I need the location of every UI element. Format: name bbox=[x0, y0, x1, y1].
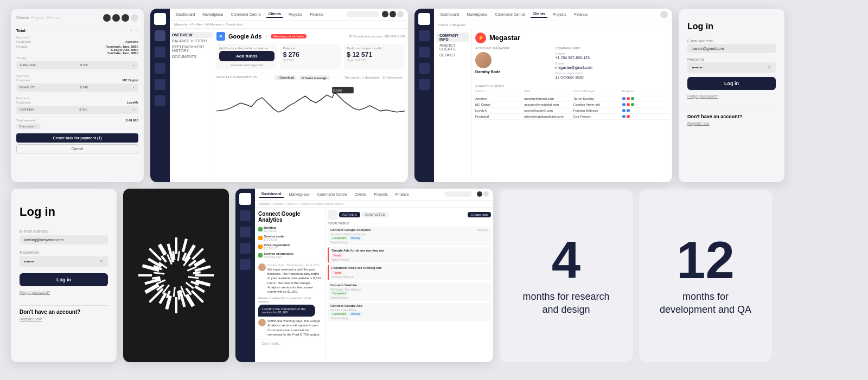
home-icon-7[interactable] bbox=[239, 193, 251, 205]
no-account-label-bottom: Don't have an account? bbox=[20, 309, 108, 315]
task-connect-youtube: Connect Youtube MC Digital / Blur Milbro… bbox=[328, 282, 491, 301]
sidebar-icon-7-3[interactable] bbox=[240, 243, 251, 254]
s7-nav-command[interactable]: Command Centre bbox=[315, 191, 349, 197]
nav-marketplace[interactable]: Marketplace bbox=[200, 11, 225, 17]
s3-nav-command[interactable]: Command Centre bbox=[493, 11, 527, 17]
s3-nav-dashboard[interactable]: Dashboard bbox=[438, 11, 461, 17]
sidebar-icon-5[interactable] bbox=[155, 95, 165, 106]
menu-documents[interactable]: DOCUMENTS bbox=[170, 54, 213, 60]
sidebar-icon-3-2[interactable] bbox=[419, 47, 430, 57]
task-google-ads-funds: Google Ads funds are running out Funds T… bbox=[328, 247, 491, 263]
home-icon[interactable] bbox=[154, 13, 166, 25]
sidebar-icon-2[interactable] bbox=[155, 47, 165, 57]
forgot-password-top[interactable]: Forgot password? bbox=[687, 94, 776, 98]
chat-input[interactable]: Comment... bbox=[258, 339, 322, 347]
svg-rect-45 bbox=[154, 272, 164, 274]
tab-agency-clients[interactable]: AGENCY CLIENTS bbox=[436, 42, 469, 52]
s3-nav-marketplace[interactable]: Marketplace bbox=[464, 11, 489, 17]
forgot-password-bottom[interactable]: Forgot password? bbox=[20, 291, 108, 294]
chart-label: MONTHLY CONSUMPTION ↑ bbox=[216, 75, 260, 79]
stat-4-label: months for researchand design bbox=[522, 291, 609, 316]
s7-nav-finance[interactable]: Finance bbox=[393, 191, 411, 197]
menu-balance[interactable]: BALANCE HISTORY bbox=[170, 38, 213, 44]
sidebar-3 bbox=[414, 9, 434, 182]
sidebar-icon-3-4[interactable] bbox=[419, 79, 430, 90]
stat-card-12: 12 months fordevelopment and QA bbox=[639, 189, 772, 362]
client-row-2: MC Digital account@mcdigital.com Candice… bbox=[475, 102, 669, 108]
menu-replenishment[interactable]: REPLENISHMENT HISTORY bbox=[170, 44, 213, 54]
s7-nav-marketplace[interactable]: Marketplace bbox=[287, 191, 312, 197]
company-name: Megastar bbox=[489, 34, 520, 42]
tab-completed[interactable]: COMPLETED bbox=[362, 212, 388, 217]
eye-icon-top[interactable]: 👁 bbox=[767, 65, 771, 70]
home-icon-3[interactable] bbox=[418, 13, 430, 25]
sidebar-icon-3-3[interactable] bbox=[419, 63, 430, 74]
consumption-chart: $ 2,800 bbox=[216, 81, 405, 122]
sidebar-icon-1[interactable] bbox=[155, 30, 165, 41]
send-message-btn[interactable]: ✉ Send message bbox=[299, 75, 330, 80]
svg-rect-19 bbox=[144, 283, 159, 294]
sidebar-icon-7-1[interactable] bbox=[240, 210, 251, 221]
col-clients: Clients ↑ bbox=[475, 89, 522, 93]
cancel-btn[interactable]: Cancel bbox=[16, 144, 138, 153]
nav-command[interactable]: Command Centre bbox=[228, 11, 263, 17]
password-value-bottom: •••••••• bbox=[24, 260, 35, 263]
tab-details[interactable]: DETAILS bbox=[436, 52, 469, 58]
eye-icon-bottom[interactable]: 👁 bbox=[99, 259, 104, 264]
register-link-bottom[interactable]: Register now bbox=[20, 317, 108, 321]
stat-add-funds: Add funds to the platform balance Add fu… bbox=[216, 44, 277, 69]
google-ads-icon: A bbox=[216, 32, 225, 41]
nav-finance[interactable]: Finance bbox=[308, 11, 326, 17]
menu-overview[interactable]: OVERVIEW bbox=[170, 32, 213, 38]
login-btn-top[interactable]: Log in bbox=[687, 77, 776, 90]
chat-title: Connect Google Analytics bbox=[258, 211, 322, 223]
add-funds-btn[interactable]: Add funds bbox=[219, 51, 275, 61]
nav-dashboard[interactable]: Dashboard bbox=[174, 11, 197, 17]
sidebar-icon-3[interactable] bbox=[155, 63, 165, 74]
nav-clients[interactable]: Clients bbox=[266, 11, 283, 18]
screen-chat: Dashboard Marketplace Command Centre Cli… bbox=[235, 189, 493, 362]
connect-payment-link[interactable]: Connect with payment bbox=[219, 63, 275, 67]
invoice-title: Total: bbox=[16, 29, 27, 33]
manager-avatar bbox=[475, 52, 492, 68]
search-icon-tasks[interactable] bbox=[328, 210, 337, 220]
password-input-bottom[interactable]: •••••••• 👁 bbox=[20, 256, 108, 267]
svg-rect-39 bbox=[173, 287, 175, 297]
svg-rect-36 bbox=[185, 287, 192, 295]
sidebar-icon-3-1[interactable] bbox=[419, 30, 430, 41]
svg-rect-9 bbox=[195, 274, 214, 276]
password-input-top[interactable]: •••••••• 👁 bbox=[687, 62, 776, 73]
email-input-bottom[interactable]: keeling@megastar.com bbox=[20, 235, 108, 244]
create-payment-btn[interactable]: Create task for payment (1) bbox=[16, 133, 138, 143]
svg-rect-33 bbox=[188, 276, 199, 279]
s3-nav-clients[interactable]: Clients bbox=[531, 11, 547, 18]
s7-nav-dashboard[interactable]: Dashboard bbox=[259, 191, 284, 198]
password-label-bottom: Password bbox=[20, 250, 108, 255]
svg-rect-27 bbox=[177, 251, 180, 261]
tab-company-info[interactable]: COMPANY INFO bbox=[436, 33, 469, 42]
screen-login-bottom: Log in E-mail address keeling@megastar.c… bbox=[11, 189, 117, 362]
sidebar-icon-4[interactable] bbox=[155, 79, 165, 90]
download-btn[interactable]: ↓ Download bbox=[275, 75, 297, 80]
tab-active[interactable]: ACTIVE 6 bbox=[339, 212, 360, 217]
svg-text:$ 2,800: $ 2,800 bbox=[333, 89, 342, 92]
email-value-top: ivanov@gmail.com bbox=[692, 47, 724, 50]
sidebar-icon-7-4[interactable] bbox=[240, 259, 251, 270]
login-btn-bottom[interactable]: Log in bbox=[20, 273, 108, 286]
s7-nav-projects[interactable]: Projects bbox=[372, 191, 390, 197]
sidebar-icon-7-2[interactable] bbox=[240, 227, 251, 237]
s7-nav-clients[interactable]: Clients bbox=[353, 191, 368, 197]
screen-login-top: Log in E-mail address ivanov@gmail.com P… bbox=[679, 9, 784, 182]
task-connect-google-ads: Connect Google Ads Aureline / Lika Stone… bbox=[328, 302, 491, 321]
email-input-top[interactable]: ivanov@gmail.com bbox=[687, 44, 776, 53]
col-manager: Client Manager bbox=[573, 89, 620, 93]
megastar-icon: ⚡ bbox=[475, 33, 486, 43]
nav-projects[interactable]: Projects bbox=[286, 11, 304, 17]
s3-nav-finance[interactable]: Finance bbox=[572, 11, 590, 17]
email-label: Email bbox=[556, 62, 669, 65]
stat-12-label: months fordevelopment and QA bbox=[660, 291, 751, 316]
register-link-top[interactable]: Register now bbox=[687, 121, 776, 125]
phone-label: Phone bbox=[556, 52, 669, 55]
create-task-btn[interactable]: Create task bbox=[468, 212, 491, 217]
s3-nav-projects[interactable]: Projects bbox=[551, 11, 569, 17]
